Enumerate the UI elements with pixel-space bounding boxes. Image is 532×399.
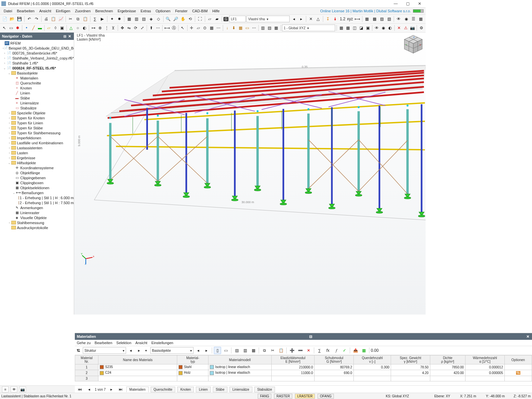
annot-tool-icon[interactable]: Ⓐ	[171, 24, 177, 32]
zoom-window-icon[interactable]: 🔎	[172, 15, 179, 23]
tree-item[interactable]: Materialien	[20, 76, 38, 80]
results-2-icon[interactable]: ▤	[266, 24, 272, 32]
dim-tool-icon[interactable]: ⟷	[164, 24, 170, 32]
tree-item[interactable]: Anmerkungen	[20, 206, 43, 210]
workplane-icon[interactable]: ▱	[195, 24, 201, 32]
select-rect-icon[interactable]: ▭	[8, 24, 14, 32]
lf-selector[interactable]: LF1	[229, 16, 246, 22]
menu-berechnen[interactable]: Berechnen	[93, 8, 115, 14]
load-free-icon[interactable]: ▭	[244, 24, 250, 32]
csys-icon[interactable]: ✛	[189, 24, 195, 32]
support-tool-icon[interactable]: △	[68, 24, 74, 32]
layers-icon[interactable]: ☰	[410, 15, 417, 23]
graph-icon[interactable]: 📈	[58, 15, 64, 23]
extrude-icon[interactable]: ⬆	[148, 24, 154, 32]
tree-bemassungen[interactable]: Bemaßungen	[22, 191, 44, 195]
lf-name-selector[interactable]: Vlastní tíha ▾	[246, 16, 290, 22]
tree-file-1[interactable]: 000726_Straßenbrücke.rf6*	[12, 51, 57, 55]
tree-category[interactable]: Lastfälle und Kombinationen	[17, 141, 63, 145]
scale-icon[interactable]: ⤢	[139, 24, 145, 32]
render-3-icon[interactable]: ▨	[378, 15, 385, 23]
tree-bemass-0[interactable]: 1 - Erhebung | Stil 1 | H : 6.000 m	[20, 196, 74, 200]
persp-icon[interactable]: ◇	[155, 15, 162, 23]
tree-item[interactable]: Knoten	[20, 86, 32, 90]
materials-toggle-icon[interactable]: ▦	[418, 15, 424, 23]
tree-category[interactable]: Typen für Linien	[17, 121, 43, 125]
new-icon[interactable]: 📄	[1, 15, 8, 23]
select-color-icon[interactable]: ✱	[15, 24, 21, 32]
menu-datei[interactable]: Datei	[1, 8, 15, 14]
solid-tool-icon[interactable]: ▣	[59, 24, 65, 32]
tree-item[interactable]: Querschnitte	[20, 81, 41, 85]
tree-category[interactable]: Ergebnisse	[17, 156, 35, 160]
clip-icon[interactable]: ◪	[358, 24, 364, 32]
cut-icon[interactable]: ✂	[67, 15, 74, 23]
view-xz-icon[interactable]: ▥	[133, 15, 140, 23]
tree-item[interactable]: Koordinatensysteme	[20, 166, 54, 170]
load-misc-icon[interactable]: ⋯	[251, 24, 257, 32]
tree-category[interactable]: Typen für Stäbe	[17, 126, 43, 130]
grid-icon[interactable]: ▦	[208, 24, 214, 32]
connect-icon[interactable]: ⊶	[90, 24, 96, 32]
mirror-icon[interactable]: ⇋	[126, 24, 132, 32]
pin-icon[interactable]: ⊟	[63, 34, 67, 39]
camera-icon[interactable]: 📷	[409, 24, 415, 32]
tree-item[interactable]: Linien	[20, 91, 30, 95]
load-line-icon[interactable]: ⬇	[231, 24, 237, 32]
tree-category[interactable]: Lasten	[17, 151, 28, 155]
release-tool-icon[interactable]: ◐	[81, 24, 87, 32]
next-lf-icon[interactable]: ▸	[298, 15, 305, 23]
member-numbers-icon[interactable]: 1.2	[339, 15, 346, 23]
open-icon[interactable]: 📂	[9, 15, 15, 23]
print-icon[interactable]: 🖨	[43, 15, 50, 23]
tree-file-2[interactable]: Stahlhalle_Verband_Joints2_copy.rf6*	[12, 56, 74, 60]
rotate-icon[interactable]: ⟲	[187, 15, 194, 23]
view-yz-icon[interactable]: ▤	[140, 15, 147, 23]
show-icon[interactable]: ◉	[380, 24, 386, 32]
blast-icon[interactable]: ✹	[116, 15, 123, 23]
tree-ausdruck[interactable]: Ausdruckprotokolle	[17, 226, 48, 230]
maximize-button[interactable]: ▢	[402, 0, 414, 7]
prev-lf-icon[interactable]: ◂	[290, 15, 297, 23]
close-panel-icon[interactable]: ✕	[67, 34, 72, 39]
tree-category[interactable]: Imperfektionen	[17, 136, 41, 140]
menu-hilfe[interactable]: Hilfe	[210, 8, 222, 14]
transparent-icon[interactable]: ◐	[387, 24, 393, 32]
menu-zuordnen[interactable]: Zuordnen	[72, 8, 93, 14]
navigator-tree[interactable]: RFRFEM ›📄Beispiel 05_3D-Gebäude_DEU_END_…	[0, 40, 74, 315]
clip-box-icon[interactable]: ▣	[365, 24, 371, 32]
compass-icon[interactable]: ✦	[109, 15, 115, 23]
hinge-tool-icon[interactable]: ○	[75, 24, 81, 32]
results-1-icon[interactable]: ▥	[260, 24, 266, 32]
paste-icon[interactable]: 📋	[82, 15, 88, 23]
menu-fenster[interactable]: Fenster	[173, 8, 190, 14]
pan-icon[interactable]: ✋	[180, 15, 186, 23]
close-button[interactable]: ✕	[414, 0, 426, 7]
load-area-icon[interactable]: ▦	[237, 24, 243, 32]
opening-tool-icon[interactable]: ◊	[53, 24, 59, 32]
danger-icon[interactable]: ⚠	[403, 24, 409, 32]
tree-item[interactable]: Objektfänge	[20, 171, 40, 175]
section-icon[interactable]: ◫	[351, 24, 357, 32]
visibility-2-icon[interactable]: ◉	[403, 15, 410, 23]
join-icon[interactable]: ⊻	[110, 24, 116, 32]
load-arrow-icon[interactable]: ↧	[325, 15, 331, 23]
tree-item[interactable]: Clippingboxen	[20, 181, 44, 185]
support-symbol-icon[interactable]: △	[315, 15, 322, 23]
hide-icon[interactable]: 👁	[374, 24, 380, 32]
wireframe-icon[interactable]: ▱	[206, 15, 213, 23]
mesh-icon[interactable]: ▩	[345, 24, 351, 32]
redo-icon[interactable]: ↷	[33, 15, 40, 23]
solid-icon[interactable]: ▰	[214, 15, 220, 23]
menu-ergebnisse[interactable]: Ergebnisse	[115, 8, 138, 14]
surface-tool-icon[interactable]: ▱	[46, 24, 52, 32]
tree-item[interactable]: Objektselektionen	[20, 186, 49, 190]
tree-hilfsobjekte[interactable]: Hilfsobjekte	[17, 161, 36, 165]
temperature-icon[interactable]: 🌡	[332, 15, 338, 23]
menu-einfuegen[interactable]: Einfügen	[54, 8, 72, 14]
menu-bearbeiten[interactable]: Bearbeiten	[15, 8, 37, 14]
tree-item[interactable]: Liniensätze	[20, 101, 39, 105]
tree-category[interactable]: Typen für Knoten	[17, 116, 45, 120]
menu-optionen[interactable]: Optionen	[153, 8, 173, 14]
minimize-button[interactable]: —	[390, 0, 402, 7]
